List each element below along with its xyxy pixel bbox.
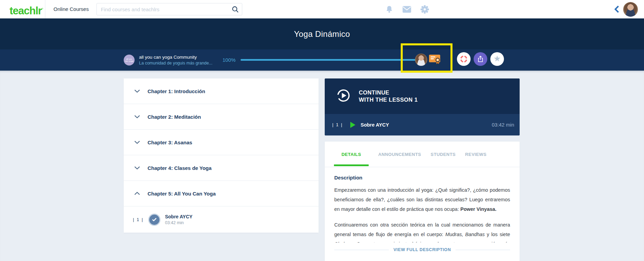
lesson-title: Sobre AYCY xyxy=(165,214,193,219)
tabs-bar: DETAILS ANNOUNCEMENTS STUDENTS REVIEWS xyxy=(325,142,520,167)
support-lifebuoy-button[interactable] xyxy=(457,52,471,66)
chapter-label: Chapter 2: Meditación xyxy=(148,114,201,120)
user-avatar[interactable] xyxy=(623,2,638,17)
share-button[interactable] xyxy=(474,52,487,66)
chapter-label: Chapter 4: Clases de Yoga xyxy=(148,165,212,171)
nav-online-courses[interactable]: Online Courses xyxy=(53,0,89,18)
description-text: Empezaremos con una introducción al yoga… xyxy=(334,185,510,243)
lesson-title: Sobre AYCY xyxy=(361,122,389,128)
chapter-row-4[interactable]: Chapter 4: Clases de Yoga xyxy=(124,155,319,181)
chapter-row-2[interactable]: Chapter 2: Meditación xyxy=(124,104,319,130)
chapter-row-1[interactable]: Chapter 1: Introducción xyxy=(124,78,319,104)
community-info: all you can yoga all you can yoga Commun… xyxy=(124,49,212,71)
divider-line xyxy=(334,250,389,250)
paragraph-italic-text: Chakras xyxy=(334,241,353,243)
paragraph-bold-text: Power Vinyasa. xyxy=(460,206,496,212)
lesson-duration: 03:42 min xyxy=(492,122,514,128)
description-heading: Description xyxy=(334,175,510,180)
search-input[interactable] xyxy=(101,3,227,15)
course-header: Yoga Dinámico xyxy=(0,18,644,49)
chevron-left-icon[interactable] xyxy=(614,5,619,13)
navbar-user-area xyxy=(614,0,638,18)
search-icon[interactable] xyxy=(232,6,239,13)
tab-students[interactable]: STUDENTS xyxy=(431,152,456,157)
chevron-down-icon xyxy=(134,166,140,170)
chevron-down-icon xyxy=(134,115,140,118)
details-tab-content: Description Empezaremos con una introduc… xyxy=(325,175,520,252)
main-content: Chapter 1: Introducción Chapter 2: Medit… xyxy=(0,71,644,261)
chapter-label: Chapter 1: Introducción xyxy=(148,88,205,94)
paragraph-text: . Con este conocimiento básico, podemos … xyxy=(334,241,510,243)
continue-lesson-row[interactable]: | 1 | Sobre AYCY 03:42 min xyxy=(325,114,520,135)
lesson-completed-check-icon xyxy=(149,215,159,225)
progress-bar xyxy=(241,59,425,61)
community-name[interactable]: all you can yoga Community xyxy=(139,55,212,60)
logo-text: teachlr xyxy=(10,5,42,17)
divider-line xyxy=(456,250,510,250)
play-circle-icon xyxy=(336,88,351,104)
description-paragraph-2: Continuaremos con otra sección teórica e… xyxy=(334,220,510,243)
continue-title-line2: WITH THE LESSON 1 xyxy=(359,96,418,103)
teachlr-logo[interactable]: teachlr° xyxy=(10,0,43,18)
certificate-icon[interactable] xyxy=(429,54,441,64)
messages-envelope-icon[interactable] xyxy=(402,4,412,14)
progress-percent-label: 100% xyxy=(223,57,235,63)
continue-title: CONTINUE WITH THE LESSON 1 xyxy=(359,89,418,103)
lesson-index: | 1 | xyxy=(133,217,143,222)
tab-details[interactable]: DETAILS xyxy=(334,152,369,157)
continue-card: CONTINUE WITH THE LESSON 1 | 1 | Sobre A… xyxy=(325,78,520,135)
chevron-down-icon xyxy=(134,89,140,93)
lesson-item[interactable]: | 1 | Sobre AYCY 03:42 min xyxy=(124,206,319,233)
play-icon xyxy=(350,122,355,128)
navbar-icon-group xyxy=(384,0,429,18)
description-paragraph-1: Empezaremos con una introducción al yoga… xyxy=(334,185,510,214)
community-progress-bar: all you can yoga all you can yoga Commun… xyxy=(0,49,644,71)
top-navbar: teachlr° Online Courses xyxy=(0,0,644,18)
logo-trademark: ° xyxy=(42,7,43,11)
course-title: Yoga Dinámico xyxy=(294,29,350,39)
view-full-description-label: VIEW FULL DESCRIPTION xyxy=(394,247,451,252)
tab-reviews[interactable]: REVIEWS xyxy=(465,152,487,157)
notifications-bell-icon[interactable] xyxy=(384,4,394,14)
chapter-label: Chapter 5: All You Can Yoga xyxy=(148,191,216,197)
chapter-label: Chapter 3: Asanas xyxy=(148,140,192,145)
search-box xyxy=(96,3,242,15)
star-icon: ★ xyxy=(493,55,501,63)
tab-announcements[interactable]: ANNOUNCEMENTS xyxy=(378,152,421,157)
continue-button[interactable]: CONTINUE WITH THE LESSON 1 xyxy=(325,78,520,114)
chevron-down-icon xyxy=(134,141,140,144)
community-tagline: La comunidad de yoguis más grande... xyxy=(139,61,212,66)
community-avatar[interactable]: all you can yoga xyxy=(124,55,135,66)
favorite-star-button[interactable]: ★ xyxy=(490,52,504,66)
paragraph-text: y los siete xyxy=(485,232,510,237)
navbar-divider xyxy=(45,0,45,18)
chapter-row-3[interactable]: Chapter 3: Asanas xyxy=(124,130,319,155)
settings-gear-icon[interactable] xyxy=(420,4,429,14)
course-details-panel: DETAILS ANNOUNCEMENTS STUDENTS REVIEWS D… xyxy=(325,142,520,261)
chapter-row-5[interactable]: Chapter 5: All You Can Yoga xyxy=(124,181,319,206)
progress-student-avatar xyxy=(415,54,427,66)
paragraph-italic-text: Mudras, Bandhas xyxy=(445,232,485,237)
view-full-description-link[interactable]: VIEW FULL DESCRIPTION xyxy=(334,247,510,252)
chapters-panel: Chapter 1: Introducción Chapter 2: Medit… xyxy=(124,78,319,233)
lesson-duration: 03:42 min xyxy=(165,220,193,225)
lesson-index: | 1 | xyxy=(332,122,343,127)
continue-title-line1: CONTINUE xyxy=(359,89,418,96)
chevron-up-icon xyxy=(134,192,140,195)
active-tab-underline xyxy=(334,164,369,166)
